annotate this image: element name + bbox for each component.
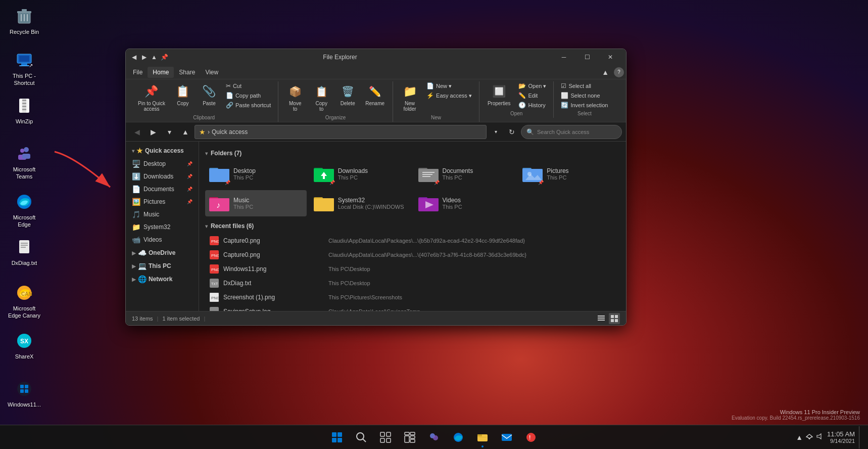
copy-to-button[interactable]: 📋 Copyto: [309, 81, 334, 114]
copy-button[interactable]: 📋 Copy: [170, 81, 196, 108]
copy-path-button[interactable]: 📄 Copy path: [223, 91, 274, 100]
file-row-savingssetup[interactable]: LOG SavingsSetup.log Claudiu\AppData\Loc…: [205, 304, 620, 311]
open-button[interactable]: 📂 Open ▾: [515, 81, 549, 91]
file-row-dxdiag[interactable]: TXT DxDiag.txt This PC\Desktop: [205, 276, 620, 290]
svg-rect-86: [332, 438, 336, 442]
select-all-button[interactable]: ☑ Select all: [558, 81, 611, 91]
help-button[interactable]: ?: [614, 67, 624, 77]
properties-button[interactable]: 🔲 Properties: [484, 81, 515, 108]
folder-music[interactable]: ♪ Music This PC: [205, 190, 307, 216]
edge-icon[interactable]: Microsoft Edge: [4, 190, 44, 231]
menu-home[interactable]: Home: [148, 67, 174, 78]
clock[interactable]: 11:05 AM 9/14/2021: [827, 430, 855, 444]
quick-access-header[interactable]: ▾ ★ Quick access: [128, 145, 197, 157]
select-none-button[interactable]: ⬜ Select none: [558, 91, 611, 100]
taskbar-edge-button[interactable]: [447, 426, 469, 448]
file-row-capture0-1[interactable]: PNG Capture0.png Claudiu\AppData\Local\P…: [205, 234, 620, 248]
folder-icon-wrap: ♪: [209, 193, 229, 213]
recycle-bin-icon[interactable]: Recycle Bin: [4, 4, 44, 37]
widgets-button[interactable]: [399, 426, 421, 448]
taskbar-mail-button[interactable]: [496, 426, 518, 448]
sidebar-item-desktop[interactable]: 🖥️ Desktop 📌: [128, 158, 197, 170]
close-button[interactable]: ✕: [599, 49, 622, 65]
paste-shortcut-icon: 🔗: [226, 102, 233, 109]
sidebar-item-documents[interactable]: 📄 Documents 📌: [128, 183, 197, 195]
folder-name: Music: [233, 197, 303, 204]
svg-text:↗: ↗: [29, 63, 33, 68]
refresh-button[interactable]: ↻: [505, 125, 519, 139]
taskbar-store-button[interactable]: !: [520, 426, 542, 448]
chat-button[interactable]: [423, 426, 445, 448]
sidebar-item-downloads[interactable]: ⬇️ Downloads 📌: [128, 170, 197, 183]
show-desktop-button[interactable]: [859, 426, 862, 448]
this-pc-header[interactable]: ▶ 💻 This PC: [128, 260, 197, 272]
sharex-icon[interactable]: SX ShareX: [4, 329, 44, 362]
menu-bar: File Home Share View ▲ ?: [126, 65, 626, 79]
menu-share[interactable]: Share: [174, 67, 200, 78]
taskbar-explorer-button[interactable]: [471, 426, 494, 448]
edge-canary-icon[interactable]: CAN Microsoft Edge Canary: [4, 281, 44, 322]
search-placeholder: Search Quick access: [537, 129, 589, 135]
back-button[interactable]: ◀: [130, 125, 144, 139]
volume-icon[interactable]: [816, 433, 823, 441]
folder-desktop[interactable]: 📌 Desktop This PC: [205, 161, 307, 187]
folder-documents[interactable]: 📌 Documents This PC: [414, 161, 516, 187]
show-hidden-icon[interactable]: ▲: [796, 433, 803, 441]
grid-view-button[interactable]: [609, 313, 620, 324]
folder-pictures[interactable]: 📌 Pictures This PC: [518, 161, 620, 187]
winzip-icon[interactable]: WinZip: [4, 94, 44, 127]
windows11-icon[interactable]: Windows11...: [4, 377, 44, 410]
move-to-button[interactable]: 📦 Moveto: [282, 81, 308, 114]
new-folder-button[interactable]: 📁 Newfolder: [397, 81, 422, 114]
menu-file[interactable]: File: [128, 67, 148, 78]
rename-button[interactable]: ✏️ Rename: [361, 81, 389, 108]
teams-icon[interactable]: Microsoft Teams: [4, 142, 44, 183]
menu-view[interactable]: View: [200, 67, 223, 78]
minimize-button[interactable]: ─: [552, 49, 575, 65]
history-button[interactable]: 🕐 History: [515, 101, 549, 110]
recent-locations-button[interactable]: ▾: [162, 125, 176, 139]
forward-button[interactable]: ▶: [146, 125, 160, 139]
new-item-button[interactable]: 📄 New ▾: [423, 81, 475, 91]
sidebar-item-system32[interactable]: 📁 System32: [128, 221, 197, 233]
ribbon-collapse[interactable]: ▲: [599, 67, 612, 77]
delete-button[interactable]: 🗑️ Delete: [335, 81, 360, 108]
documents-icon: 📄: [132, 185, 140, 193]
search-box[interactable]: 🔍 Search Quick access: [521, 125, 622, 139]
task-view-button[interactable]: [374, 426, 397, 448]
file-row-screenshot[interactable]: PNG Screenshot (1).png This PC\Pictures\…: [205, 290, 620, 304]
dxdiag-icon[interactable]: DxDiag.txt: [4, 235, 44, 268]
file-row-capture0-2[interactable]: PNG Capture0.png Claudiu\AppData\Local\P…: [205, 248, 620, 262]
svg-rect-2: [22, 9, 27, 11]
folder-videos[interactable]: Videos This PC: [414, 190, 516, 216]
edit-button[interactable]: ✏️ Edit: [515, 91, 549, 100]
easy-access-button[interactable]: ⚡ Easy access ▾: [423, 91, 475, 100]
windows-watermark: Windows 11 Pro Insider Preview Evaluatio…: [732, 409, 860, 421]
paste-icon: 📎: [201, 83, 217, 100]
start-button[interactable]: [326, 426, 348, 448]
cut-icon: ✂: [226, 82, 231, 89]
file-icon: PNG: [209, 292, 219, 302]
address-dropdown[interactable]: ▾: [489, 125, 503, 139]
sidebar-item-pictures[interactable]: 🖼️ Pictures 📌: [128, 196, 197, 208]
up-button[interactable]: ▲: [178, 125, 192, 139]
invert-selection-button[interactable]: 🔄 Invert selection: [558, 101, 611, 110]
list-view-button[interactable]: [596, 313, 607, 324]
maximize-button[interactable]: ☐: [575, 49, 599, 65]
file-row-windows11[interactable]: PNG Windows11.png This PC\Desktop: [205, 262, 620, 276]
folder-downloads[interactable]: 📌 Downloads This PC: [310, 161, 411, 187]
network-header[interactable]: ▶ 🌐 Network: [128, 273, 197, 285]
onedrive-header[interactable]: ▶ ☁️ OneDrive: [128, 247, 197, 259]
this-pc-shortcut-icon[interactable]: ↗ This PC - Shortcut: [4, 48, 44, 89]
paste-shortcut-button[interactable]: 🔗 Paste shortcut: [223, 101, 274, 110]
sidebar-item-videos[interactable]: 📹 Videos: [128, 234, 197, 246]
desktop-label: Desktop: [143, 160, 166, 167]
pin-quick-access-button[interactable]: 📌 Pin to Quickaccess: [134, 81, 169, 114]
sidebar-item-music[interactable]: 🎵 Music: [128, 208, 197, 220]
address-path[interactable]: ★ › Quick access: [195, 125, 487, 139]
taskbar-search-button[interactable]: [350, 426, 372, 448]
folder-system32[interactable]: System32 Local Disk (C:)\WINDOWS: [310, 190, 411, 216]
cut-button[interactable]: ✂ Cut: [223, 81, 274, 91]
paste-button[interactable]: 📎 Paste: [197, 81, 222, 108]
network-tray-icon[interactable]: [806, 433, 813, 441]
